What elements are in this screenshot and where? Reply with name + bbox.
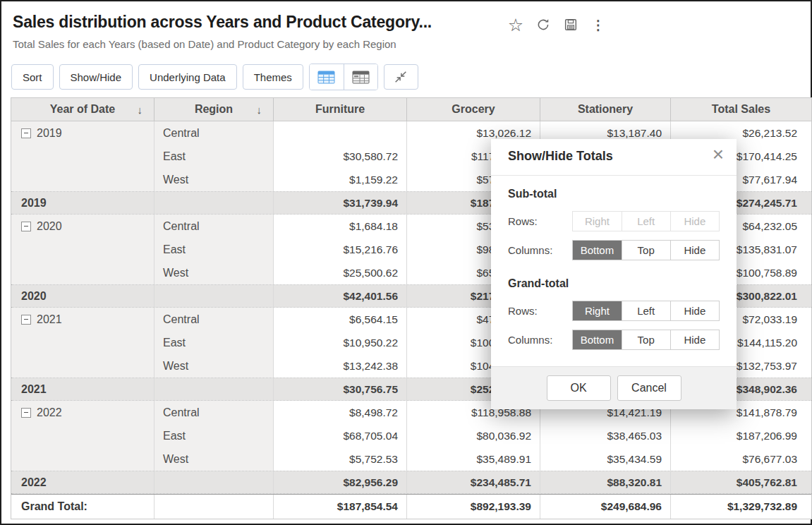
furniture-value: $15,216.76 — [273, 238, 406, 261]
column-header-region[interactable]: Region↓ — [154, 98, 273, 121]
column-header-total-sales[interactable]: Total Sales — [670, 98, 811, 121]
toolbar: Sort Show/Hide Underlying Data Themes — [11, 64, 418, 90]
collapse-group-icon[interactable] — [21, 128, 31, 138]
page-title: Sales distribution across Years and Prod… — [13, 13, 432, 32]
total-sales-value: $405,762.81 — [670, 471, 811, 493]
underlying-data-button[interactable]: Underlying Data — [138, 64, 237, 90]
themes-button[interactable]: Themes — [243, 64, 303, 90]
option-top[interactable]: Top — [622, 241, 670, 260]
furniture-value: $82,956.29 — [273, 471, 406, 493]
region-cell: East — [154, 331, 273, 354]
table-row: West$5,752.53$35,489.91$35,434.59$76,677… — [11, 447, 811, 471]
segmented-control: RightLeftHide — [572, 301, 720, 321]
region-cell: West — [154, 261, 273, 284]
grocery-value: $892,193.39 — [406, 495, 540, 519]
region-cell: Central — [154, 215, 273, 238]
region-cell — [154, 471, 273, 493]
region-cell: West — [154, 354, 273, 378]
dialog-section-grand-total: Grand-totalRows:RightLeftHideColumns:Bot… — [508, 277, 720, 350]
column-header-furniture[interactable]: Furniture — [273, 98, 406, 121]
report-window: Sales distribution across Years and Prod… — [0, 0, 812, 525]
furniture-value: $13,242.38 — [273, 354, 406, 378]
totals-control-row: Rows:RightLeftHide — [508, 301, 720, 321]
subtotal-row: 2022$82,956.29$234,485.71$88,320.81$405,… — [11, 471, 811, 494]
totals-control-row: Columns:BottomTopHide — [508, 330, 720, 350]
column-header-grocery[interactable]: Grocery — [406, 98, 540, 121]
header-actions: ☆ ⋮ — [507, 14, 607, 35]
ok-button[interactable]: OK — [547, 375, 611, 401]
segmented-control: BottomTopHide — [572, 330, 720, 350]
option-hide[interactable]: Hide — [670, 301, 719, 320]
furniture-value: $30,756.75 — [273, 378, 406, 400]
collapse-group-icon[interactable] — [21, 315, 31, 325]
view-toggle-group — [309, 64, 378, 90]
show-hide-button[interactable]: Show/Hide — [59, 64, 133, 90]
classic-table-view-icon[interactable] — [344, 64, 377, 90]
segmented-control: RightLeftHide — [572, 211, 720, 231]
collapse-panel-icon[interactable] — [384, 64, 418, 90]
year-cell — [11, 261, 154, 284]
stationery-value: $88,320.81 — [540, 471, 670, 493]
option-bottom[interactable]: Bottom — [573, 241, 621, 260]
option-hide[interactable]: Hide — [670, 241, 719, 260]
totals-control-row: Rows:RightLeftHide — [508, 211, 720, 231]
sort-descending-icon: ↓ — [138, 104, 143, 116]
stationery-value: $38,465.03 — [540, 424, 670, 447]
option-right[interactable]: Right — [573, 301, 621, 320]
year-cell: 2022 — [11, 471, 154, 493]
year-cell: 2020 — [11, 285, 154, 307]
section-heading: Sub-total — [508, 188, 720, 200]
region-cell: West — [154, 447, 273, 471]
year-cell — [11, 354, 154, 378]
year-cell — [11, 145, 154, 168]
option-hide[interactable]: Hide — [670, 330, 719, 349]
region-cell: Central — [154, 401, 273, 424]
year-cell: 2020 — [11, 215, 154, 238]
furniture-value: $42,401.56 — [273, 285, 406, 307]
furniture-value: $1,684.18 — [273, 215, 406, 238]
compact-table-view-icon[interactable] — [310, 64, 344, 90]
save-icon[interactable] — [562, 16, 580, 34]
control-label: Rows: — [508, 305, 572, 317]
region-cell — [154, 495, 273, 519]
show-hide-totals-dialog: Show/Hide Totals × Sub-totalRows:RightLe… — [491, 139, 737, 409]
region-cell — [154, 378, 273, 400]
region-cell: East — [154, 238, 273, 261]
region-cell: East — [154, 145, 273, 168]
column-header-year[interactable]: Year of Date↓ — [11, 98, 154, 121]
year-cell — [11, 238, 154, 261]
furniture-value: $187,854.54 — [273, 495, 406, 519]
option-left[interactable]: Left — [622, 301, 670, 320]
sort-button[interactable]: Sort — [11, 64, 54, 90]
close-icon[interactable]: × — [713, 142, 724, 167]
total-sales-value: $76,677.03 — [670, 447, 811, 471]
region-cell — [154, 285, 273, 307]
collapse-group-icon[interactable] — [21, 408, 31, 418]
favorite-star-icon[interactable]: ☆ — [507, 16, 525, 34]
year-cell: 2021 — [11, 308, 154, 331]
option-top[interactable]: Top — [622, 330, 670, 349]
furniture-value: $25,500.62 — [273, 261, 406, 284]
grocery-value: $35,489.91 — [406, 447, 540, 471]
dialog-body: Sub-totalRows:RightLeftHideColumns:Botto… — [508, 181, 720, 358]
page-subtitle: Total Sales for each Years (based on Dat… — [13, 38, 396, 50]
option-right: Right — [573, 212, 621, 231]
control-label: Rows: — [508, 215, 572, 227]
control-label: Columns: — [508, 244, 572, 256]
region-cell: Central — [154, 308, 273, 331]
option-hide: Hide — [670, 212, 719, 231]
option-bottom[interactable]: Bottom — [573, 330, 621, 349]
refresh-icon[interactable] — [534, 16, 552, 34]
region-cell — [154, 192, 273, 214]
grand-total-row: Grand Total:$187,854.54$892,193.39$249,6… — [11, 494, 811, 519]
cancel-button[interactable]: Cancel — [617, 375, 681, 401]
column-header-stationery[interactable]: Stationery — [540, 98, 670, 121]
collapse-group-icon[interactable] — [21, 222, 31, 231]
more-options-icon[interactable]: ⋮ — [589, 16, 607, 34]
furniture-value — [273, 121, 406, 145]
year-cell — [11, 168, 154, 191]
region-cell: East — [154, 424, 273, 447]
segmented-control: BottomTopHide — [572, 240, 720, 260]
year-cell: 2019 — [11, 121, 154, 145]
grocery-value: $234,485.71 — [406, 471, 540, 493]
